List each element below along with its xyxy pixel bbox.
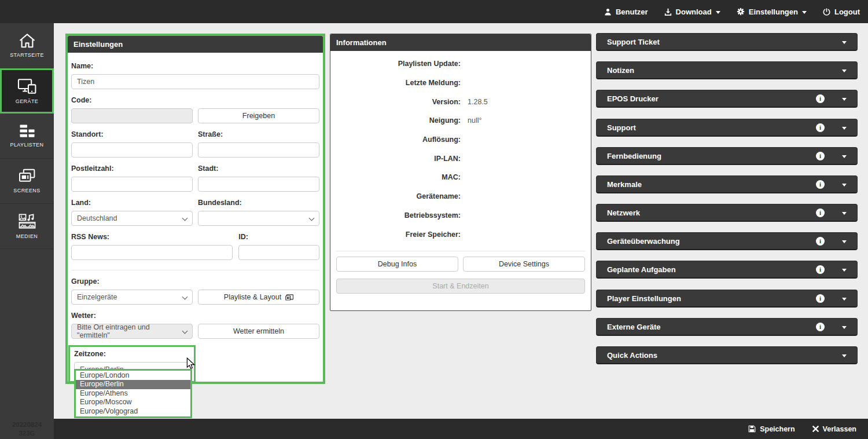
info-icon[interactable]: i xyxy=(816,123,825,132)
wetter-label: Wetter: xyxy=(71,312,319,320)
zeitzone-dropdown: Europe/London Europe/Berlin Europe/Athen… xyxy=(74,369,192,418)
build-version: 20220824 323G xyxy=(0,420,54,438)
mouse-cursor xyxy=(186,357,195,370)
caret-down-icon xyxy=(802,11,807,14)
freigeben-button[interactable]: Freigeben xyxy=(198,108,319,123)
sidebar-item-playlisten[interactable]: PLAYLISTEN xyxy=(0,114,54,159)
info-icon[interactable]: i xyxy=(816,94,825,103)
chevron-down-icon xyxy=(182,294,188,300)
info-panel: Informationen Playlisten Update: Letzte … xyxy=(330,34,591,311)
info-icon[interactable]: i xyxy=(816,237,825,246)
stadt-input[interactable] xyxy=(198,177,319,192)
accordion-label: Notizen xyxy=(597,66,816,75)
info-icon[interactable]: i xyxy=(816,323,825,331)
accordion-label: Support xyxy=(597,123,816,132)
wetter-ermitteln-button[interactable]: Wetter ermitteln xyxy=(198,324,319,339)
accordion-support[interactable]: Supporti xyxy=(596,119,858,137)
user-menu-label: Benutzer xyxy=(616,8,648,16)
info-label: Betriebssystem: xyxy=(330,211,461,220)
logout-label: Logout xyxy=(834,8,860,16)
chevron-down-icon xyxy=(842,184,847,186)
info-icon[interactable]: i xyxy=(816,208,825,217)
zeitzone-option[interactable]: Europe/Volgograd xyxy=(76,407,190,416)
sidebar-item-label: SCREENS xyxy=(13,188,40,193)
accordion-label: Quick Actions xyxy=(597,351,816,360)
standort-label: Standort: xyxy=(71,130,193,138)
sidebar-item-geraete[interactable]: GERÄTE xyxy=(0,68,54,114)
zeitzone-option[interactable]: Europe/London xyxy=(76,371,190,380)
sidebar-item-startseite[interactable]: STARTSEITE xyxy=(0,23,54,68)
screens-icon xyxy=(19,169,36,184)
bundesland-select[interactable] xyxy=(198,211,319,226)
download-menu-label: Download xyxy=(676,8,712,16)
rss-news-input[interactable] xyxy=(71,245,233,260)
leave-button[interactable]: Verlassen xyxy=(812,425,856,433)
build-date: 20220824 xyxy=(0,420,54,429)
stadt-label: Stadt: xyxy=(198,164,319,173)
zeitzone-option[interactable]: Europe/Athens xyxy=(76,389,190,398)
sidebar-item-screens[interactable]: SCREENS xyxy=(0,159,54,204)
accordion-label: Netzwerk xyxy=(597,208,816,217)
logout-button[interactable]: Logout xyxy=(823,8,860,16)
download-menu[interactable]: Download xyxy=(664,8,720,16)
accordion-label: EPOS Drucker xyxy=(597,94,816,103)
info-panel-title: Informationen xyxy=(330,34,591,51)
name-input[interactable] xyxy=(71,74,319,89)
freigeben-button-label: Freigeben xyxy=(242,112,275,120)
accordion-netzwerk[interactable]: Netzwerki xyxy=(596,204,858,222)
id-input[interactable] xyxy=(238,245,319,260)
info-icon[interactable]: i xyxy=(816,180,825,189)
form-divider xyxy=(71,270,319,270)
info-row: Letzte Meldung: xyxy=(330,74,591,93)
playliste-layout-button[interactable]: Playliste & Layout xyxy=(198,290,319,305)
code-input xyxy=(71,108,193,123)
debug-infos-button[interactable]: Debug Infos xyxy=(336,257,458,272)
wetter-select-value: Bitte Ort eintragen und "ermitteln" xyxy=(77,323,179,339)
zeitzone-option[interactable]: Europe/Moscow xyxy=(76,398,190,407)
start-endzeiten-button: Start & Endzeiten xyxy=(336,279,585,294)
info-icon[interactable]: i xyxy=(816,265,825,274)
settings-menu[interactable]: Einstellungen xyxy=(737,8,807,16)
chevron-down-icon xyxy=(842,155,847,158)
device-settings-button[interactable]: Device Settings xyxy=(463,257,585,272)
accordion-externe-geraete[interactable]: Externe Gerätei xyxy=(596,318,858,336)
user-menu[interactable]: Benutzer xyxy=(604,8,648,16)
build-number: 323G xyxy=(0,429,54,438)
gruppe-select[interactable]: Einzelgeräte xyxy=(71,290,193,305)
standort-input[interactable] xyxy=(71,142,193,158)
accordion-label: Merkmale xyxy=(597,180,816,189)
info-icon[interactable]: i xyxy=(816,294,825,303)
chevron-down-icon xyxy=(842,326,847,329)
zeitzone-option-selected[interactable]: Europe/Berlin xyxy=(76,380,190,389)
save-button[interactable]: Speichern xyxy=(748,425,795,433)
accordion-label: Externe Geräte xyxy=(597,323,816,331)
topbar: Benutzer Download Einstellungen Logout xyxy=(0,0,868,23)
accordion-geraeteueberwachung[interactable]: Geräteüberwachungi xyxy=(596,232,858,250)
accordion-merkmale[interactable]: Merkmalei xyxy=(596,175,858,193)
land-select[interactable]: Deutschland xyxy=(71,211,193,226)
accordion-player-einstellungen[interactable]: Player Einstellungeni xyxy=(596,290,858,308)
info-icon[interactable]: i xyxy=(816,152,825,160)
info-row: Gerätename: xyxy=(330,187,591,206)
accordion-epos-drucker[interactable]: EPOS Druckeri xyxy=(596,90,858,108)
bottombar: Speichern Verlassen xyxy=(54,419,868,439)
strasse-input[interactable] xyxy=(198,142,319,158)
info-label: MAC: xyxy=(330,173,461,181)
devices-icon xyxy=(17,78,37,94)
info-label: Letzte Meldung: xyxy=(330,79,461,87)
info-row: MAC: xyxy=(330,168,591,187)
chevron-down-icon xyxy=(842,354,847,357)
sidebar-item-medien[interactable]: MEDIEN xyxy=(0,204,54,249)
wetter-select[interactable]: Bitte Ort eintragen und "ermitteln" xyxy=(71,324,193,339)
accordion-geplante-aufgaben[interactable]: Geplante Aufgabeni xyxy=(596,261,858,279)
accordion-quick-actions[interactable]: Quick Actionsi xyxy=(596,346,858,364)
chevron-down-icon xyxy=(182,328,188,334)
accordion-fernbedienung[interactable]: Fernbedienungi xyxy=(596,147,858,165)
accordion-support-ticket[interactable]: Support Ticketi xyxy=(596,33,858,51)
info-label: Playlisten Update: xyxy=(330,60,461,68)
postleitzahl-input[interactable] xyxy=(71,177,193,192)
sidebar-item-label: GERÄTE xyxy=(16,98,38,104)
sidebar-item-label: STARTSEITE xyxy=(10,52,44,58)
accordion-notizen[interactable]: Notizeni xyxy=(596,61,858,79)
chevron-down-icon xyxy=(842,298,847,301)
